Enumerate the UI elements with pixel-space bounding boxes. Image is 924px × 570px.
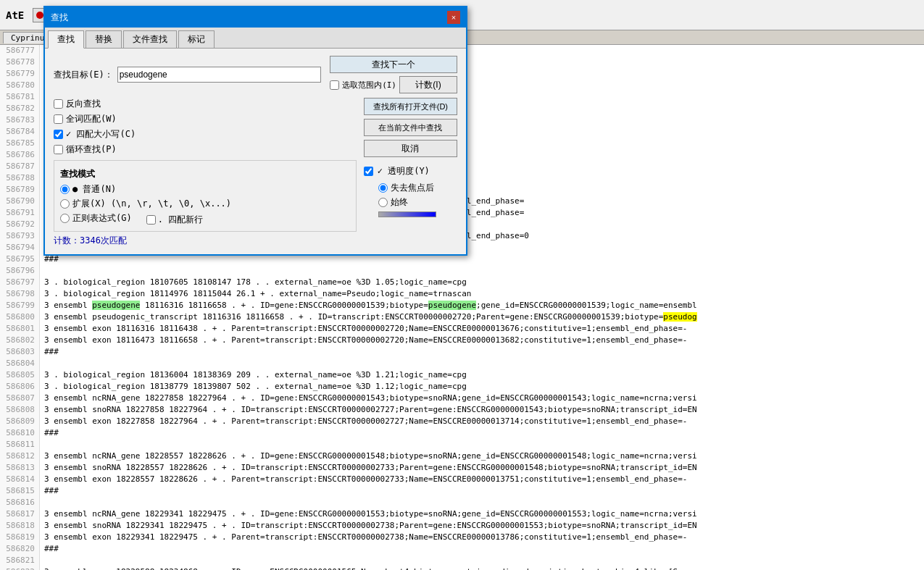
- regex-radio[interactable]: [60, 214, 70, 223]
- transparency-label: ✓ 透明度(Y): [378, 165, 430, 177]
- dialog-close-button[interactable]: ×: [447, 11, 460, 24]
- loop-search-label: 循环查找(P): [66, 143, 117, 156]
- line-content: 3 . biological_region 18138779 18139807 …: [40, 381, 467, 393]
- extend-radio[interactable]: [60, 199, 70, 209]
- always-row: 始终: [378, 196, 457, 209]
- line-content: 3 . biological_region 18136004 18138369 …: [40, 369, 467, 381]
- find-input[interactable]: [117, 67, 321, 83]
- line-number: 586803: [0, 346, 40, 358]
- line-number: 586812: [0, 450, 40, 462]
- line-number: 586799: [0, 300, 40, 311]
- svg-point-0: [36, 12, 43, 19]
- find-label: 查找目标(E)：: [54, 69, 113, 81]
- find-target-row: 查找目标(E)： 查找下一个 选取范围内(I) 计数(I): [54, 56, 457, 93]
- extend-label: 扩展(X) (\n, \r, \t, \0, \x...): [72, 198, 231, 210]
- loop-search-checkbox[interactable]: [54, 145, 63, 154]
- line-content: 3 ensembl ncRNA_gene 18227858 18227964 .…: [40, 393, 697, 404]
- dialog-tabs: 查找 替换 文件查找 标记: [45, 28, 466, 49]
- line-number: 586809: [0, 416, 40, 427]
- line-number: 586791: [0, 207, 40, 219]
- search-mode-section: 查找模式 ● 普通(N) 扩展(X) (\n, \r, \t, \0, \x..…: [54, 160, 357, 232]
- line-content: [40, 265, 44, 277]
- line-content: ###: [40, 485, 59, 497]
- line-number: 586816: [0, 497, 40, 508]
- table-row: 586811: [0, 439, 924, 450]
- select-range-checkbox[interactable]: [330, 80, 339, 90]
- line-number: 586819: [0, 532, 40, 543]
- line-content: 3 ensembl ncRNA_gene 18229341 18229475 .…: [40, 508, 697, 520]
- tab-mark[interactable]: 标记: [178, 30, 215, 48]
- transparency-slider[interactable]: [378, 211, 436, 217]
- table-row: 586820###: [0, 543, 924, 555]
- reverse-search-checkbox[interactable]: [54, 99, 63, 109]
- line-number: 586798: [0, 288, 40, 300]
- table-row: 586810###: [0, 427, 924, 439]
- dialog-titlebar: 查找 ×: [45, 7, 466, 28]
- normal-label: ● 普通(N): [72, 183, 116, 196]
- search-mode-label: 查找模式: [60, 168, 350, 180]
- whole-word-row: 全词匹配(W): [54, 113, 357, 125]
- table-row: 5868133 ensembl snoRNA 18228557 18228626…: [0, 462, 924, 474]
- line-content: 3 . biological_region 18114976 18115044 …: [40, 288, 471, 300]
- line-number: 586784: [0, 126, 40, 138]
- line-content: ###: [40, 346, 59, 358]
- table-row: 5868093 ensembl exon 18227858 18227964 .…: [0, 416, 924, 427]
- line-number: 586781: [0, 91, 40, 103]
- line-content: 3 ensembl snoRNA 18228557 18228626 . + .…: [40, 462, 697, 474]
- tab-find[interactable]: 查找: [48, 30, 84, 49]
- find-in-current-button[interactable]: 在当前文件中查找: [364, 119, 457, 136]
- line-number: 586782: [0, 103, 40, 114]
- line-number: 586779: [0, 68, 40, 80]
- line-content: 3 ensembl exon 18227858 18227964 . + . P…: [40, 416, 687, 427]
- tab-replace[interactable]: 替换: [86, 30, 122, 48]
- line-content: ###: [40, 427, 59, 439]
- line-number: 586778: [0, 56, 40, 68]
- line-number: 586820: [0, 543, 40, 555]
- find-next-button[interactable]: 查找下一个: [330, 56, 457, 73]
- line-content: [40, 358, 44, 369]
- table-row: 5868063 . biological_region 18138779 181…: [0, 381, 924, 393]
- lost-focus-radio[interactable]: [378, 183, 388, 193]
- table-row: 586821: [0, 555, 924, 566]
- line-content: 3 ensembl exon 18229341 18229475 . + . P…: [40, 532, 687, 543]
- match-case-checkbox[interactable]: [54, 130, 63, 139]
- table-row: 5868003 ensembl pseudogenic_transcript 1…: [0, 311, 924, 323]
- whole-word-checkbox[interactable]: [54, 114, 63, 124]
- cancel-button[interactable]: 取消: [364, 140, 457, 157]
- reverse-search-label: 反向查找: [66, 98, 101, 110]
- transparency-section: ✓ 透明度(Y) 失去焦点后 始终: [364, 165, 457, 217]
- normal-radio[interactable]: [60, 185, 70, 194]
- count-button[interactable]: 计数(I): [399, 76, 457, 93]
- line-number: 586818: [0, 520, 40, 532]
- dialog-two-col: 反向查找 全词匹配(W) ✓ 四配大小写(C) 循环查找(P) 查找模式: [54, 98, 457, 247]
- always-radio[interactable]: [378, 198, 388, 207]
- line-content: 3 ensembl snoRNA 18227858 18227964 . + .…: [40, 404, 697, 416]
- match-case-label: ✓ 四配大小写(C): [66, 128, 136, 141]
- table-row: 5867993 ensembl pseudogene 18116316 1811…: [0, 300, 924, 311]
- select-range-label: 选取范围内(I): [342, 80, 396, 91]
- dialog-title: 查找: [51, 12, 68, 24]
- line-number: 586810: [0, 427, 40, 439]
- transparency-checkbox[interactable]: [364, 167, 373, 176]
- dialog-right: 查找所有打开文件(D) 在当前文件中查找 取消 ✓ 透明度(Y) 失去焦点后: [364, 98, 457, 247]
- line-content: [40, 497, 44, 508]
- line-number: 586789: [0, 184, 40, 196]
- tab-file-search[interactable]: 文件查找: [123, 30, 177, 48]
- line-number: 586808: [0, 404, 40, 416]
- reverse-search-row: 反向查找: [54, 98, 357, 110]
- table-row: 5868073 ensembl ncRNA_gene 18227858 1822…: [0, 393, 924, 404]
- line-number: 586811: [0, 439, 40, 450]
- line-content: 3 ensembl exon 18116316 18116438 . + . P…: [40, 323, 687, 335]
- loop-search-row: 循环查找(P): [54, 143, 357, 156]
- find-all-button[interactable]: 查找所有打开文件(D): [364, 98, 457, 115]
- dialog-left: 反向查找 全词匹配(W) ✓ 四配大小写(C) 循环查找(P) 查找模式: [54, 98, 357, 247]
- line-number: 586792: [0, 219, 40, 230]
- line-number: 586802: [0, 335, 40, 346]
- regex-label: 正则表达式(G): [72, 212, 132, 225]
- table-row: 5868083 ensembl snoRNA 18227858 18227964…: [0, 404, 924, 416]
- table-row: 5868053 . biological_region 18136004 181…: [0, 369, 924, 381]
- match-newline-checkbox[interactable]: [146, 215, 156, 225]
- end-label: 始终: [391, 196, 408, 209]
- line-number: 586788: [0, 172, 40, 184]
- line-number: 586793: [0, 230, 40, 242]
